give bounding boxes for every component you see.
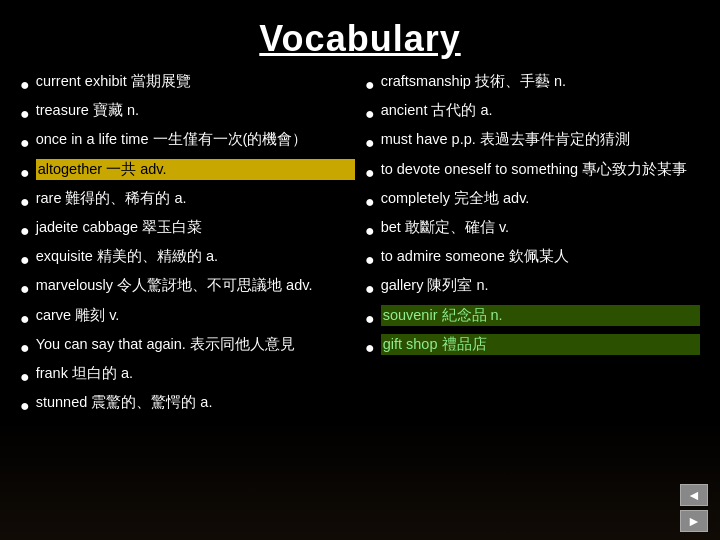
vocab-text: bet 敢斷定、確信 v. xyxy=(381,217,700,238)
bullet-icon: ● xyxy=(365,219,375,242)
bullet-icon: ● xyxy=(20,307,30,330)
bullet-icon: ● xyxy=(365,102,375,125)
bullet-icon: ● xyxy=(20,161,30,184)
bullet-icon: ● xyxy=(20,131,30,154)
bullet-icon: ● xyxy=(365,336,375,359)
list-item: ●marvelously 令人驚訝地、不可思議地 adv. xyxy=(20,274,355,301)
forward-arrow[interactable]: ► xyxy=(680,510,708,532)
bullet-icon: ● xyxy=(365,131,375,154)
list-item: ●once in a life time 一生僅有一次(的機會） xyxy=(20,128,355,155)
list-item: ●current exhibit 當期展覽 xyxy=(20,70,355,97)
vocab-text: must have p.p. 表過去事件肯定的猜測 xyxy=(381,129,700,150)
list-item: ●jadeite cabbage 翠玉白菜 xyxy=(20,216,355,243)
vocab-text: gallery 陳列室 n. xyxy=(381,275,700,296)
vocab-text: You can say that again. 表示同他人意見 xyxy=(36,334,355,355)
vocab-text: completely 完全地 adv. xyxy=(381,188,700,209)
list-item: ●carve 雕刻 v. xyxy=(20,304,355,331)
list-item: ●You can say that again. 表示同他人意見 xyxy=(20,333,355,360)
bullet-icon: ● xyxy=(20,73,30,96)
right-column: ●craftsmanship 技術、手藝 n.●ancient 古代的 a.●m… xyxy=(365,70,700,418)
list-item: ●completely 完全地 adv. xyxy=(365,187,700,214)
list-item: ●gallery 陳列室 n. xyxy=(365,274,700,301)
title-area: Vocabulary xyxy=(0,0,720,70)
list-item: ●frank 坦白的 a. xyxy=(20,362,355,389)
vocab-text: stunned 震驚的、驚愕的 a. xyxy=(36,392,355,413)
bullet-icon: ● xyxy=(365,277,375,300)
back-arrow[interactable]: ◄ xyxy=(680,484,708,506)
vocab-text: current exhibit 當期展覽 xyxy=(36,71,355,92)
list-item: ●treasure 寶藏 n. xyxy=(20,99,355,126)
navigation-arrows: ◄ ► xyxy=(680,484,708,532)
list-item: ●to devote oneself to something 專心致力於某事 xyxy=(365,158,700,185)
list-item: ●must have p.p. 表過去事件肯定的猜測 xyxy=(365,128,700,155)
list-item: ●exquisite 精美的、精緻的 a. xyxy=(20,245,355,272)
content-area: ●current exhibit 當期展覽●treasure 寶藏 n.●onc… xyxy=(0,70,720,418)
vocab-text: carve 雕刻 v. xyxy=(36,305,355,326)
page-container: Vocabulary ●current exhibit 當期展覽●treasur… xyxy=(0,0,720,540)
bullet-icon: ● xyxy=(20,219,30,242)
vocab-text: exquisite 精美的、精緻的 a. xyxy=(36,246,355,267)
vocab-text: frank 坦白的 a. xyxy=(36,363,355,384)
list-item: ●gift shop 禮品店 xyxy=(365,333,700,360)
vocab-text: treasure 寶藏 n. xyxy=(36,100,355,121)
bullet-icon: ● xyxy=(365,248,375,271)
list-item: ●altogether 一共 adv. xyxy=(20,158,355,185)
bullet-icon: ● xyxy=(365,73,375,96)
vocab-text: craftsmanship 技術、手藝 n. xyxy=(381,71,700,92)
list-item: ●bet 敢斷定、確信 v. xyxy=(365,216,700,243)
bullet-icon: ● xyxy=(20,277,30,300)
bullet-icon: ● xyxy=(20,336,30,359)
background-image xyxy=(0,420,720,540)
list-item: ●souvenir 紀念品 n. xyxy=(365,304,700,331)
bullet-icon: ● xyxy=(20,394,30,417)
list-item: ●to admire someone 欽佩某人 xyxy=(365,245,700,272)
list-item: ●craftsmanship 技術、手藝 n. xyxy=(365,70,700,97)
bullet-icon: ● xyxy=(20,190,30,213)
bullet-icon: ● xyxy=(365,161,375,184)
bullet-icon: ● xyxy=(20,248,30,271)
bullet-icon: ● xyxy=(20,365,30,388)
vocab-text: jadeite cabbage 翠玉白菜 xyxy=(36,217,355,238)
bullet-icon: ● xyxy=(365,307,375,330)
vocab-text: gift shop 禮品店 xyxy=(381,334,700,355)
list-item: ●rare 難得的、稀有的 a. xyxy=(20,187,355,214)
bullet-icon: ● xyxy=(20,102,30,125)
vocab-text: once in a life time 一生僅有一次(的機會） xyxy=(36,129,355,150)
vocab-text: to devote oneself to something 專心致力於某事 xyxy=(381,159,700,180)
vocab-text: souvenir 紀念品 n. xyxy=(381,305,700,326)
bullet-icon: ● xyxy=(365,190,375,213)
left-column: ●current exhibit 當期展覽●treasure 寶藏 n.●onc… xyxy=(20,70,355,418)
list-item: ●ancient 古代的 a. xyxy=(365,99,700,126)
page-title: Vocabulary xyxy=(259,18,460,59)
vocab-text: marvelously 令人驚訝地、不可思議地 adv. xyxy=(36,275,355,296)
list-item: ●stunned 震驚的、驚愕的 a. xyxy=(20,391,355,418)
vocab-text: ancient 古代的 a. xyxy=(381,100,700,121)
vocab-text: to admire someone 欽佩某人 xyxy=(381,246,700,267)
vocab-text: altogether 一共 adv. xyxy=(36,159,355,180)
vocab-text: rare 難得的、稀有的 a. xyxy=(36,188,355,209)
